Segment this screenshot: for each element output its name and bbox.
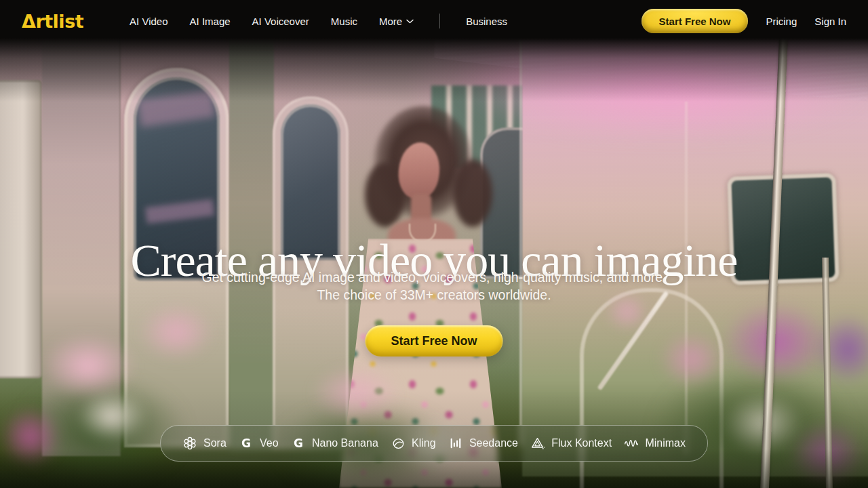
artlist-logo[interactable]: Δrtlist bbox=[22, 11, 83, 32]
google-g-icon: G bbox=[239, 436, 254, 451]
nav-divider bbox=[439, 14, 440, 28]
model-label: Veo bbox=[260, 437, 279, 449]
nav-item-business[interactable]: Business bbox=[466, 16, 507, 27]
flux-kontext-icon bbox=[530, 436, 545, 451]
model-item-sora: Sora bbox=[182, 436, 226, 451]
model-item-seedance: Seedance bbox=[448, 436, 518, 451]
model-label: Seedance bbox=[469, 437, 518, 449]
nav-links: AI Video AI Image AI Voiceover Music Mor… bbox=[130, 14, 507, 28]
model-label: Sora bbox=[203, 437, 226, 449]
start-free-now-nav-button[interactable]: Start Free Now bbox=[642, 9, 749, 33]
minimax-icon bbox=[624, 436, 639, 451]
model-label: Nano Banana bbox=[312, 437, 378, 449]
openai-icon bbox=[182, 436, 197, 451]
nav-item-ai-video[interactable]: AI Video bbox=[130, 16, 167, 27]
ai-models-bar: Sora G Veo G Nano Banana Kling Seedance bbox=[160, 425, 708, 462]
model-item-minimax: Minimax bbox=[624, 436, 686, 451]
kling-icon bbox=[391, 436, 406, 451]
nav-right: Start Free Now Pricing Sign In bbox=[642, 9, 846, 33]
hero-subtitle: Get cutting-edge AI image and video, voi… bbox=[0, 268, 868, 304]
model-item-nano-banana: G Nano Banana bbox=[291, 436, 378, 451]
start-free-now-hero-button[interactable]: Start Free Now bbox=[365, 325, 502, 357]
sign-in-button[interactable]: Sign In bbox=[814, 16, 846, 27]
google-g-glyph: G bbox=[241, 438, 251, 449]
model-item-kling: Kling bbox=[391, 436, 436, 451]
google-g-icon: G bbox=[291, 436, 306, 451]
model-label: Flux Kontext bbox=[551, 437, 612, 449]
google-g-glyph: G bbox=[294, 438, 303, 449]
nav-item-more[interactable]: More bbox=[379, 16, 414, 27]
more-label: More bbox=[379, 16, 402, 27]
model-label: Minimax bbox=[645, 437, 686, 449]
nav-item-pricing[interactable]: Pricing bbox=[766, 16, 797, 27]
nav-item-ai-voiceover[interactable]: AI Voiceover bbox=[252, 16, 309, 27]
seedance-icon bbox=[448, 436, 463, 451]
chevron-down-icon bbox=[406, 19, 414, 24]
nav-item-music[interactable]: Music bbox=[331, 16, 357, 27]
hero-subtitle-line-2: The choice of 33M+ creators worldwide. bbox=[0, 286, 868, 304]
nav-item-ai-image[interactable]: AI Image bbox=[190, 16, 231, 27]
model-item-flux-kontext: Flux Kontext bbox=[530, 436, 612, 451]
model-item-veo: G Veo bbox=[239, 436, 279, 451]
top-navbar: Δrtlist AI Video AI Image AI Voiceover M… bbox=[0, 0, 868, 42]
hero-subtitle-line-1: Get cutting-edge AI image and video, voi… bbox=[0, 268, 868, 286]
model-label: Kling bbox=[412, 437, 436, 449]
